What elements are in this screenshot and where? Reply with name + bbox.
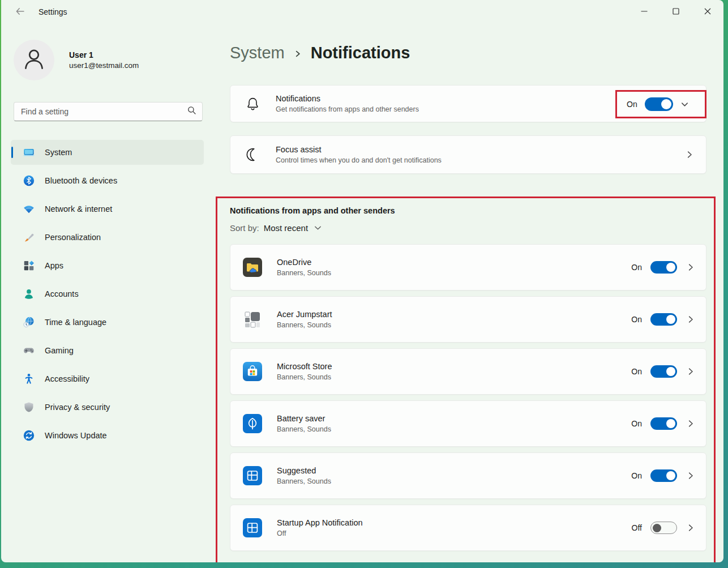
chevron-down-icon[interactable] — [680, 100, 689, 109]
app-row-microsoft-store[interactable]: Microsoft Store Banners, Sounds On — [230, 348, 706, 395]
app-name: OneDrive — [277, 258, 331, 267]
app-toggle[interactable] — [650, 522, 677, 534]
toggle-knob — [666, 471, 675, 480]
windows-update-icon — [23, 429, 35, 442]
maximize-button[interactable] — [660, 0, 692, 24]
suggested-icon — [243, 466, 262, 485]
maximize-icon — [673, 8, 679, 16]
notifications-subtitle: Get notifications from apps and other se… — [276, 105, 419, 113]
app-notification-list: OneDrive Banners, Sounds On Acer Jumpsta… — [230, 244, 706, 551]
notifications-title: Notifications — [276, 94, 419, 103]
microsoft-store-icon — [243, 362, 262, 381]
sidebar-item-label: Windows Update — [45, 431, 107, 440]
sidebar-item-label: Accessibility — [45, 374, 89, 383]
back-button[interactable] — [11, 3, 28, 20]
red-highlight-box-toggle: On — [615, 90, 706, 118]
app-row-onedrive[interactable]: OneDrive Banners, Sounds On — [230, 244, 706, 291]
sidebar-item-personalization[interactable]: Personalization — [11, 225, 204, 250]
app-row-acer-jumpstart[interactable]: Acer Jumpstart Banners, Sounds On — [230, 296, 706, 343]
user-email: user1@testmail.com — [69, 61, 139, 70]
minimize-icon — [641, 8, 648, 16]
network-icon — [23, 203, 35, 215]
toggle-knob — [666, 419, 675, 428]
sidebar-item-network-internet[interactable]: Network & internet — [11, 197, 204, 221]
breadcrumb-system[interactable]: System — [230, 44, 285, 62]
app-state-label: On — [629, 471, 642, 480]
chevron-right-icon[interactable] — [687, 263, 695, 271]
app-name: Acer Jumpstart — [277, 310, 332, 319]
app-state-label: On — [629, 419, 642, 428]
app-state-label: On — [629, 367, 642, 376]
chevron-right-icon[interactable] — [686, 151, 693, 159]
toggle-knob — [661, 99, 671, 109]
search-box[interactable] — [14, 102, 203, 121]
system-icon — [23, 146, 35, 159]
onedrive-icon — [243, 258, 262, 277]
sidebar-item-label: Personalization — [45, 233, 101, 242]
chevron-right-icon[interactable] — [687, 420, 695, 428]
back-arrow-icon — [15, 7, 24, 18]
sidebar-item-time-language[interactable]: Time & language — [11, 310, 204, 335]
page-title: Notifications — [311, 44, 410, 62]
app-toggle[interactable] — [650, 417, 677, 430]
sort-dropdown[interactable]: Sort by: Most recent — [230, 223, 706, 233]
sidebar-item-gaming[interactable]: Gaming — [11, 338, 204, 363]
app-row-battery-saver[interactable]: Battery saver Banners, Sounds On — [230, 400, 706, 447]
window-title: Settings — [38, 7, 67, 16]
personalization-icon — [23, 231, 35, 244]
sort-value: Most recent — [264, 223, 308, 233]
main-content: System Notifications Notifications Get n… — [215, 24, 723, 562]
close-icon — [704, 8, 711, 16]
chevron-right-icon[interactable] — [687, 368, 695, 375]
sidebar-item-label: Gaming — [45, 346, 74, 355]
minimize-button[interactable] — [628, 0, 660, 24]
accounts-icon — [23, 288, 35, 300]
app-toggle[interactable] — [650, 261, 677, 274]
sort-label: Sort by: — [230, 223, 259, 233]
sidebar-item-label: Time & language — [45, 318, 106, 327]
sidebar-item-windows-update[interactable]: Windows Update — [11, 423, 204, 448]
sidebar-item-accounts[interactable]: Accounts — [11, 281, 204, 306]
app-toggle[interactable] — [650, 469, 677, 482]
chevron-right-icon[interactable] — [687, 315, 695, 323]
app-toggle[interactable] — [650, 365, 677, 378]
moon-icon — [244, 146, 261, 163]
settings-window: Settings User 1 user — [1, 0, 723, 562]
notifications-toggle[interactable] — [645, 97, 673, 111]
apps-section-title: Notifications from apps and other sender… — [230, 206, 706, 215]
app-row-suggested[interactable]: Suggested Banners, Sounds On — [230, 452, 706, 499]
focus-assist-subtitle: Control times when you do and don't get … — [276, 156, 442, 164]
chevron-down-icon — [314, 224, 322, 232]
notifications-state-label: On — [627, 100, 637, 109]
sidebar-item-system[interactable]: System — [11, 140, 204, 165]
toggle-knob — [666, 263, 675, 272]
close-button[interactable] — [692, 0, 723, 24]
app-row-startup-app-notification[interactable]: Startup App Notification Off Off — [230, 505, 706, 551]
search-icon — [187, 106, 196, 117]
sidebar-item-label: Network & internet — [45, 204, 112, 213]
search-input[interactable] — [21, 107, 187, 116]
chevron-right-icon[interactable] — [687, 524, 695, 532]
selected-indicator — [11, 147, 13, 158]
app-toggle[interactable] — [650, 313, 677, 326]
sidebar-item-label: Privacy & security — [45, 403, 110, 412]
focus-assist-card[interactable]: Focus assist Control times when you do a… — [230, 135, 706, 174]
app-state-label: On — [629, 315, 642, 324]
sidebar-item-privacy-security[interactable]: Privacy & security — [11, 395, 204, 420]
sidebar-item-bluetooth-devices[interactable]: Bluetooth & devices — [11, 168, 204, 193]
toggle-knob — [653, 524, 661, 532]
app-subtitle: Banners, Sounds — [277, 373, 332, 381]
apps-icon — [23, 259, 35, 272]
sidebar-item-accessibility[interactable]: Accessibility — [11, 366, 204, 391]
toggle-knob — [666, 315, 675, 324]
notifications-card[interactable]: Notifications Get notifications from app… — [230, 85, 706, 122]
user-profile[interactable]: User 1 user1@testmail.com — [14, 40, 203, 80]
app-name: Startup App Notification — [277, 518, 363, 527]
user-name: User 1 — [69, 50, 139, 59]
window-controls — [628, 0, 723, 24]
red-highlight-box-section: Notifications from apps and other sender… — [216, 197, 716, 562]
titlebar: Settings — [1, 0, 723, 24]
sidebar-item-apps[interactable]: Apps — [11, 253, 204, 278]
chevron-right-icon[interactable] — [687, 472, 695, 480]
sidebar-nav: System Bluetooth & devices Network & int… — [14, 140, 203, 448]
